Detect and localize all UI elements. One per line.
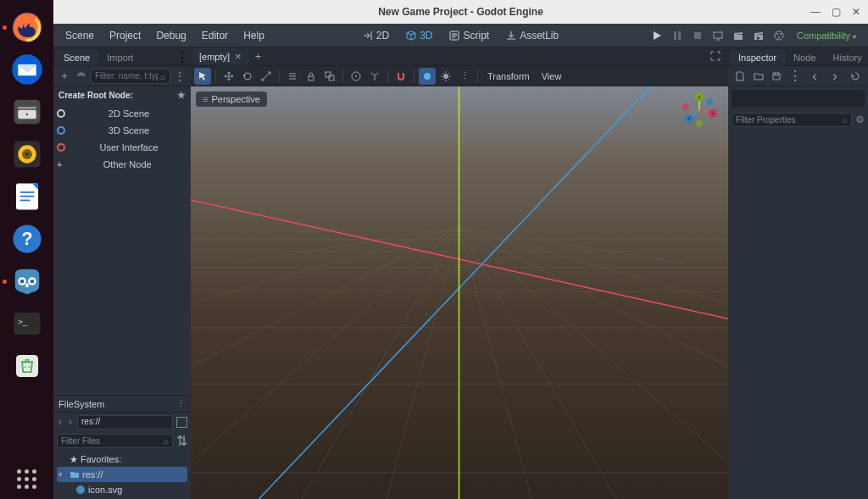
tool-snap[interactable]: [392, 68, 409, 85]
insp-extra-button[interactable]: ⋮: [787, 67, 804, 86]
add-tab-button[interactable]: +: [248, 47, 269, 65]
menu-help[interactable]: Help: [236, 26, 271, 45]
insp-save-button[interactable]: [769, 67, 786, 86]
close-button[interactable]: ✕: [848, 3, 865, 20]
tool-lock[interactable]: [303, 68, 320, 85]
tool-list-select[interactable]: [284, 68, 301, 85]
scene-toolbar: + ⌕ ⋮: [53, 66, 191, 86]
maximize-button[interactable]: ▢: [827, 3, 844, 20]
tab-import[interactable]: Import: [98, 50, 142, 65]
dock-help[interactable]: ?: [8, 220, 46, 258]
opt-user-interface[interactable]: User Interface: [53, 139, 191, 156]
stop-button[interactable]: [688, 26, 707, 45]
left-dock: Scene Import ⋮ + ⌕ ⋮ Create Root Node: ★…: [53, 47, 191, 499]
dock-terminal[interactable]: >_: [8, 305, 46, 342]
tool-select[interactable]: [194, 68, 211, 85]
fs-back-button[interactable]: ‹: [57, 416, 64, 428]
view-menu[interactable]: View: [537, 71, 567, 81]
trash-icon: [11, 350, 43, 382]
instance-scene-button[interactable]: [74, 69, 89, 84]
add-node-button[interactable]: +: [57, 69, 72, 84]
fs-root[interactable]: ▾res://: [57, 467, 187, 482]
axis-gizmo[interactable]: y x z: [681, 91, 718, 129]
close-tab-button[interactable]: ×: [235, 50, 242, 63]
panel-menu-icon[interactable]: ⋮: [175, 49, 189, 65]
camera-icon: [422, 71, 432, 81]
opt-other-node[interactable]: +Other Node: [53, 156, 191, 173]
insp-forward-button[interactable]: ›: [826, 67, 844, 86]
dock-trash[interactable]: [8, 347, 46, 385]
tool-environment[interactable]: ⋮: [456, 68, 473, 85]
godot-menubar: Scene Project Debug Editor Help 2D 3D Sc…: [53, 24, 868, 47]
menu-scene[interactable]: Scene: [58, 26, 101, 45]
tab-node[interactable]: Node: [785, 50, 824, 65]
fs-filter-input[interactable]: Filter Files ⌕: [57, 434, 173, 448]
tool-camera-override[interactable]: [419, 68, 436, 85]
tool-local-space[interactable]: [366, 68, 383, 85]
dock-rhythmbox[interactable]: [8, 136, 46, 173]
svg-point-78: [696, 120, 703, 127]
filesystem-menu-button[interactable]: ⋮: [176, 398, 186, 409]
fs-path-field[interactable]: res://: [77, 415, 173, 430]
workspace-2d[interactable]: 2D: [356, 27, 396, 44]
workspace-3d[interactable]: 3D: [399, 27, 439, 44]
insp-history-button[interactable]: [846, 67, 865, 86]
tool-move[interactable]: [220, 68, 237, 85]
workspace-script[interactable]: Script: [442, 27, 496, 44]
menu-project[interactable]: Project: [103, 26, 147, 45]
workspace-assetlib[interactable]: AssetLib: [499, 27, 565, 44]
tool-scale[interactable]: [258, 68, 275, 85]
scene-filter-field[interactable]: [95, 71, 159, 80]
minimize-button[interactable]: —: [807, 3, 824, 20]
movie-mode-button[interactable]: [770, 26, 788, 45]
favorite-icon[interactable]: ★: [177, 90, 186, 101]
inspector-tabbar: Inspector Node History ⋮: [728, 47, 868, 66]
doc-tab-empty[interactable]: [empty] ×: [192, 47, 248, 65]
tab-history[interactable]: History: [825, 50, 868, 65]
renderer-dropdown[interactable]: Compatibility ▾: [790, 29, 863, 42]
play-button[interactable]: [648, 26, 666, 45]
clapper-icon: [733, 30, 743, 41]
play-custom-button[interactable]: [749, 26, 768, 45]
fs-forward-button[interactable]: ›: [67, 416, 74, 428]
dock-apps-grid[interactable]: [15, 467, 39, 491]
insp-load-button[interactable]: [750, 67, 767, 86]
dock-godot[interactable]: [8, 263, 46, 300]
insp-back-button[interactable]: ‹: [805, 67, 824, 86]
dock-thunderbird[interactable]: [8, 51, 46, 88]
opt-3d-scene[interactable]: 3D Scene: [53, 122, 191, 139]
link-icon: [76, 71, 86, 81]
tool-sun[interactable]: [437, 68, 454, 85]
inspector-settings-button[interactable]: ⚙: [855, 114, 865, 125]
fs-file-icon-svg[interactable]: icon.svg: [57, 482, 187, 497]
3d-viewport[interactable]: Perspective y x z: [191, 86, 728, 499]
dock-libreoffice[interactable]: [8, 178, 46, 215]
menu-editor[interactable]: Editor: [195, 26, 235, 45]
opt-2d-scene[interactable]: 2D Scene: [53, 105, 191, 122]
tab-inspector[interactable]: Inspector: [730, 50, 785, 65]
transform-menu[interactable]: Transform: [482, 71, 535, 81]
sun-icon: [441, 71, 451, 81]
fs-favorites[interactable]: ★Favorites:: [57, 452, 187, 467]
play-scene-button[interactable]: [729, 26, 748, 45]
tab-scene[interactable]: Scene: [55, 50, 98, 65]
svg-point-35: [76, 485, 85, 494]
scene-filter-input[interactable]: ⌕: [91, 69, 170, 84]
remote-debug-button[interactable]: [709, 26, 727, 45]
dock-files[interactable]: [8, 93, 46, 130]
tool-rotate[interactable]: [239, 68, 256, 85]
menu-debug[interactable]: Debug: [149, 26, 192, 45]
tool-group[interactable]: [321, 68, 338, 85]
star-icon: ★: [70, 454, 78, 465]
inspector-filter-input[interactable]: Filter Properties ⌕: [732, 113, 852, 127]
scene-more-button[interactable]: ⋮: [172, 69, 187, 84]
distraction-free-button[interactable]: [706, 47, 725, 65]
fs-split-button[interactable]: [176, 417, 187, 428]
fs-sort-button[interactable]: ⇅: [176, 433, 187, 449]
tool-ruler[interactable]: [348, 68, 364, 85]
perspective-dropdown[interactable]: Perspective: [196, 91, 267, 107]
dock-firefox[interactable]: [8, 8, 46, 46]
inspector-object-field[interactable]: [732, 90, 865, 107]
pause-button[interactable]: [668, 26, 687, 45]
insp-new-button[interactable]: [732, 67, 748, 86]
